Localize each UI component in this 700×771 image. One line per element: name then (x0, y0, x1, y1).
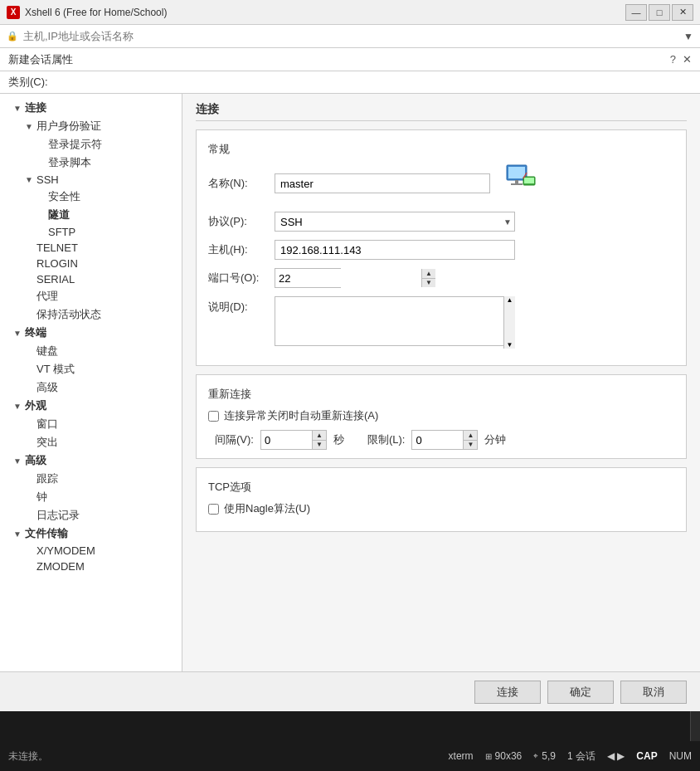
num-indicator: NUM (669, 750, 692, 762)
sidebar-item-跟踪[interactable]: 跟踪 (0, 470, 182, 488)
port-decrement-button[interactable]: ▼ (422, 278, 435, 287)
expand-icon-终端 (12, 329, 23, 338)
nagle-checkbox-label[interactable]: 使用Nagle算法(U) (224, 501, 310, 516)
sidebar-label-TELNET: TELNET (36, 242, 78, 254)
sidebar-label-SERIAL: SERIAL (36, 273, 75, 285)
section-title: 连接 (196, 102, 687, 121)
limit-increment-button[interactable]: ▲ (464, 431, 477, 440)
sidebar-item-保持活动状态[interactable]: 保持活动状态 (0, 305, 182, 324)
expand-icon-连接 (12, 104, 23, 113)
port-input[interactable] (275, 269, 421, 287)
reconnect-section: 重新连接 连接异常关闭时自动重新连接(A) 间隔(V): ▲ ▼ 秒 (196, 374, 687, 459)
desc-scroll-down[interactable]: ▼ (504, 341, 515, 349)
sidebar-label-ZMODEM: ZMODEM (36, 560, 85, 573)
sidebar-label-文件传输: 文件传输 (25, 526, 68, 541)
sidebar-item-高级[interactable]: 高级 (0, 451, 182, 470)
tcp-section: TCP选项 使用Nagle算法(U) (196, 467, 687, 532)
host-row: 主机(H): 192.168.111.143 (208, 240, 674, 260)
limit-label: 限制(L): (367, 432, 406, 447)
window-close-button[interactable]: ✕ (672, 4, 693, 21)
sidebar-item-安全性[interactable]: 安全性 (0, 188, 182, 206)
minimize-button[interactable]: — (625, 4, 647, 21)
sidebar-item-SSH[interactable]: SSH (0, 172, 182, 188)
desc-textarea[interactable] (275, 296, 515, 346)
app-icon: X (7, 6, 20, 19)
protocol-row: 协议(P): SSH TELNET RLOGIN SERIAL ▼ (208, 212, 674, 232)
sidebar-item-突出[interactable]: 突出 (0, 433, 182, 451)
sidebar-item-终端[interactable]: 终端 (0, 324, 182, 342)
sidebar-item-RLOGIN[interactable]: RLOGIN (0, 256, 182, 271)
address-input[interactable] (23, 30, 683, 42)
sidebar-label-X/YMODEM: X/YMODEM (36, 544, 95, 557)
interval-increment-button[interactable]: ▲ (313, 431, 326, 440)
dialog-body: 连接 用户身份验证 登录提示符 登录脚本 SSH 安全性 (0, 94, 700, 671)
sidebar-item-ZMODEM[interactable]: ZMODEM (0, 559, 182, 574)
sidebar-item-隧道[interactable]: 隧道 (0, 206, 182, 224)
interval-input[interactable] (261, 431, 312, 449)
port-spinner: ▲ ▼ (275, 268, 341, 288)
desc-scrollbar[interactable]: ▲ ▼ (503, 296, 515, 349)
desc-scroll-up[interactable]: ▲ (504, 296, 515, 304)
size-icon: ⊞ (485, 752, 492, 761)
svg-rect-3 (511, 183, 523, 185)
sidebar-label-VT模式: VT 模式 (36, 362, 75, 377)
connect-button[interactable]: 连接 (474, 681, 541, 704)
dialog-footer: 连接 确定 取消 (0, 671, 700, 711)
interval-spinner: ▲ ▼ (260, 430, 327, 450)
sidebar-label-代理: 代理 (36, 289, 58, 304)
sidebar-label-高级终端: 高级 (36, 380, 58, 395)
host-input[interactable]: 192.168.111.143 (275, 240, 515, 260)
interval-label: 间隔(V): (215, 432, 254, 447)
expand-icon-文件传输 (12, 529, 23, 539)
sidebar-item-VT模式[interactable]: VT 模式 (0, 360, 182, 378)
sidebar-item-窗口[interactable]: 窗口 (0, 415, 182, 433)
nagle-checkbox[interactable] (208, 504, 219, 515)
name-input[interactable] (275, 173, 490, 193)
sidebar-label-RLOGIN: RLOGIN (36, 257, 78, 270)
sidebar-item-代理[interactable]: 代理 (0, 287, 182, 305)
reconnect-checkbox[interactable] (208, 411, 219, 422)
sidebar-item-外观[interactable]: 外观 (0, 397, 182, 415)
cursor-position: ⌖ 5,9 (533, 750, 556, 762)
sidebar-label-隧道: 隧道 (48, 207, 70, 222)
session-count: 1 会话 (567, 749, 595, 764)
sidebar-item-高级终端[interactable]: 高级 (0, 378, 182, 397)
sidebar-label-终端: 终端 (25, 325, 46, 340)
reconnect-checkbox-label[interactable]: 连接异常关闭时自动重新连接(A) (224, 408, 378, 423)
maximize-button[interactable]: □ (649, 4, 670, 21)
limit-decrement-button[interactable]: ▼ (464, 440, 477, 449)
terminal-type: xterm (449, 750, 474, 762)
help-button[interactable]: ? (670, 53, 676, 66)
sidebar-item-X/YMODEM[interactable]: X/YMODEM (0, 543, 182, 559)
sidebar-item-钟[interactable]: 钟 (0, 488, 182, 506)
sidebar-item-日志记录[interactable]: 日志记录 (0, 506, 182, 525)
sidebar-item-SERIAL[interactable]: SERIAL (0, 271, 182, 287)
sidebar-item-SFTP[interactable]: SFTP (0, 224, 182, 240)
limit-input[interactable] (412, 431, 463, 449)
port-spinner-buttons: ▲ ▼ (421, 269, 435, 287)
sidebar-item-键盘[interactable]: 键盘 (0, 342, 182, 360)
terminal-scrollbar[interactable] (690, 711, 700, 741)
sidebar-item-连接[interactable]: 连接 (0, 99, 182, 117)
name-row: 名称(N): (208, 163, 674, 203)
port-increment-button[interactable]: ▲ (422, 269, 435, 278)
sidebar-item-文件传输[interactable]: 文件传输 (0, 525, 182, 543)
sidebar-label-登录脚本: 登录脚本 (48, 155, 91, 170)
title-bar: X Xshell 6 (Free for Home/School) — □ ✕ (0, 0, 700, 25)
sidebar-item-登录提示符[interactable]: 登录提示符 (0, 135, 182, 154)
interval-decrement-button[interactable]: ▼ (313, 440, 326, 449)
address-dropdown-icon[interactable]: ▼ (683, 31, 693, 42)
sidebar-item-登录脚本[interactable]: 登录脚本 (0, 154, 182, 172)
dialog-close-button[interactable]: ✕ (683, 53, 692, 66)
port-label: 端口号(O): (208, 271, 275, 285)
sidebar-item-TELNET[interactable]: TELNET (0, 240, 182, 256)
expand-icon-SSH (23, 175, 35, 184)
expand-icon-用户身份验证 (23, 122, 35, 131)
expand-icon-高级 (12, 456, 23, 466)
ok-button[interactable]: 确定 (547, 681, 614, 704)
cancel-button[interactable]: 取消 (620, 681, 687, 704)
reconnect-fields: 间隔(V): ▲ ▼ 秒 限制(L): ▲ ▼ (208, 430, 674, 450)
sidebar-label-日志记录: 日志记录 (36, 508, 80, 523)
sidebar-item-用户身份验证[interactable]: 用户身份验证 (0, 117, 182, 135)
protocol-select[interactable]: SSH TELNET RLOGIN SERIAL (275, 212, 515, 232)
